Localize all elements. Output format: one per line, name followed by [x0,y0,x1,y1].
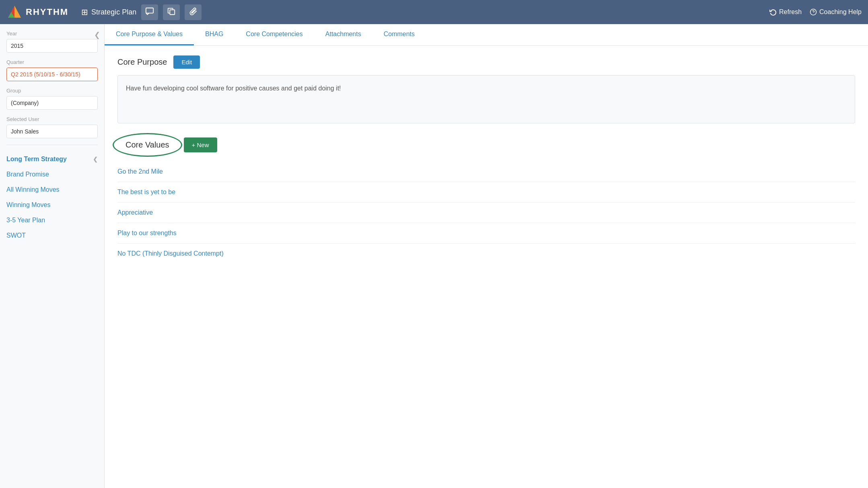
sidebar-item-swot[interactable]: SWOT [6,228,98,243]
core-values-title-container: Core Values [117,136,177,154]
header-actions: Refresh Coaching Help [769,8,862,16]
grid-icon[interactable]: ⊞ [81,7,88,17]
svg-rect-5 [170,10,175,14]
help-icon [810,8,817,16]
selected-user-label: Selected User [6,116,98,122]
core-value-item[interactable]: Go the 2nd Mile [117,162,855,182]
refresh-label: Refresh [779,8,802,16]
main-layout: ❮ Year 2015 Quarter Q2 2015 (5/10/15 - 6… [0,24,868,488]
core-value-item[interactable]: Play to our strengths [117,223,855,244]
header-nav: ⊞ Strategic Plan [81,4,765,20]
core-purpose-text: Have fun developing cool software for po… [126,84,847,93]
tabs-bar: Core Purpose & Values BHAG Core Competen… [105,24,868,46]
core-values-title: Core Values [117,136,177,154]
sidebar-item-winning-moves[interactable]: Winning Moves [6,197,98,213]
sidebar: ❮ Year 2015 Quarter Q2 2015 (5/10/15 - 6… [0,24,105,488]
sidebar-divider [6,145,98,145]
main-content: Core Purpose & Values BHAG Core Competen… [105,24,868,488]
quarter-select[interactable]: Q2 2015 (5/10/15 - 6/30/15) [6,68,98,81]
core-values-header: Core Values + New [117,136,855,154]
year-field-group: Year 2015 [6,31,98,53]
sidebar-item-all-winning-moves[interactable]: All Winning Moves [6,182,98,197]
group-select[interactable]: (Company) [6,96,98,110]
year-label: Year [6,31,98,37]
logo-text: RHYTHM [26,7,68,17]
sidebar-item-long-term-strategy[interactable]: Long Term Strategy ❮ [6,152,98,167]
sidebar-item-label: Brand Promise [6,171,49,178]
copy-icon-button[interactable] [163,4,180,20]
tab-attachments[interactable]: Attachments [314,24,372,45]
sidebar-item-label: Winning Moves [6,201,50,209]
chat-icon-button[interactable] [141,4,158,20]
core-values-list: Go the 2nd Mile The best is yet to be Ap… [117,162,855,264]
refresh-button[interactable]: Refresh [769,8,802,16]
tab-bhag[interactable]: BHAG [194,24,234,45]
core-value-item[interactable]: No TDC (Thinly Disguised Contempt) [117,244,855,264]
svg-marker-1 [14,6,21,18]
sidebar-item-3-5-year-plan[interactable]: 3-5 Year Plan [6,213,98,228]
plan-title: Strategic Plan [91,8,136,16]
tab-core-competencies[interactable]: Core Competencies [234,24,314,45]
selected-user-select[interactable]: John Sales [6,125,98,138]
attach-icon-button[interactable] [185,4,202,20]
content-area: Core Purpose Edit Have fun developing co… [105,46,868,273]
quarter-field-group: Quarter Q2 2015 (5/10/15 - 6/30/15) [6,59,98,81]
chat-icon [145,7,154,16]
sidebar-item-label: Long Term Strategy [6,156,67,163]
paperclip-icon [189,7,197,16]
core-purpose-title: Core Purpose [117,57,167,67]
coaching-help-label: Coaching Help [819,8,862,16]
collapse-arrow-icon: ❮ [93,156,98,162]
sidebar-item-label: All Winning Moves [6,186,60,193]
sidebar-nav: Long Term Strategy ❮ Brand Promise All W… [6,152,98,243]
sidebar-item-label: SWOT [6,232,26,239]
group-field-group: Group (Company) [6,88,98,110]
core-value-item[interactable]: The best is yet to be [117,182,855,203]
group-label: Group [6,88,98,94]
tab-comments[interactable]: Comments [372,24,426,45]
selected-user-field-group: Selected User John Sales [6,116,98,138]
coaching-help-button[interactable]: Coaching Help [810,8,862,16]
app-header: RHYTHM ⊞ Strategic Plan [0,0,868,24]
svg-rect-4 [146,8,153,13]
refresh-icon [769,8,777,16]
quarter-label: Quarter [6,59,98,65]
core-value-item[interactable]: Appreciative [117,203,855,223]
sidebar-item-brand-promise[interactable]: Brand Promise [6,167,98,182]
logo: RHYTHM [6,4,68,20]
sidebar-collapse-button[interactable]: ❮ [94,31,100,39]
copy-icon [167,7,176,16]
tab-core-purpose-values[interactable]: Core Purpose & Values [105,24,194,45]
sidebar-item-label: 3-5 Year Plan [6,217,45,224]
new-core-value-button[interactable]: + New [184,137,217,152]
year-select[interactable]: 2015 [6,39,98,53]
core-purpose-text-box: Have fun developing cool software for po… [117,75,855,123]
logo-icon [6,4,23,20]
core-purpose-header: Core Purpose Edit [117,55,855,69]
edit-button[interactable]: Edit [173,55,200,69]
